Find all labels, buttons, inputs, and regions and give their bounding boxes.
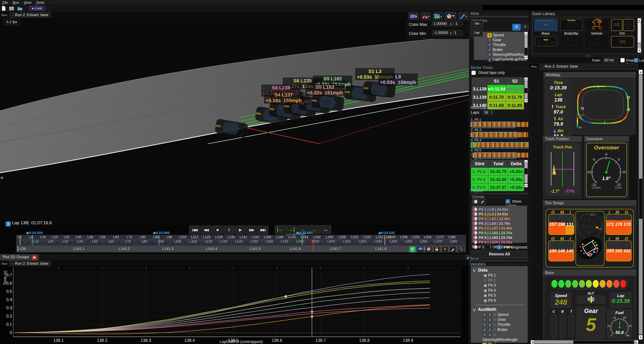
dash-thumb-bodyslip[interactable]: BodySlip — [560, 18, 583, 31]
ghost-item[interactable]: Pit 3 | L93 | 23.76s — [473, 221, 527, 226]
series-badge[interactable]: S — [487, 38, 492, 42]
close-tab-icon[interactable]: ✖ — [32, 256, 36, 260]
prev-lap-button[interactable]: |← — [275, 225, 286, 234]
pen-tool-button[interactable]: ▸ — [458, 12, 468, 20]
stint-heatstrip[interactable] — [470, 153, 528, 158]
variable-item-speed[interactable]: SSpeed — [487, 33, 524, 38]
lap-button[interactable]: Lap — [471, 29, 483, 37]
tire-temps-header[interactable]: Tire Temps — [543, 200, 636, 206]
ghosts-list[interactable]: Pit 1 | L9 | 24.02sPit 1 | L3 | 24.03sPi… — [472, 206, 527, 243]
aux-item-lapcurrentlaptime[interactable]: SΔ◉ LapCurrentLapTime — [482, 342, 528, 344]
sector-scrollbar[interactable]: ▲ ▼ — [524, 77, 528, 103]
stint-cell[interactable]: 3. Pit 4 — [471, 176, 488, 184]
dash-thumb-base[interactable]: Gear — [534, 18, 558, 31]
sector-time-cell[interactable]: ★0:11.71 — [506, 85, 524, 93]
ghost-item[interactable]: Pit 3 | L92 | 23.66s — [473, 216, 527, 221]
pit-item-pit-3[interactable]: ◉ Pit 3 — [484, 283, 528, 288]
camera-view-button[interactable]: ▸ — [408, 12, 419, 20]
series-badge[interactable]: S — [487, 43, 492, 47]
pit-item-pit-4[interactable]: ◉ Pit 4 — [484, 288, 528, 293]
dash-thumb-vehicle[interactable] — [585, 18, 609, 31]
aux-item-throttle[interactable]: SΔ⊘ Throttle — [482, 322, 528, 327]
ghost-add-button[interactable] — [472, 198, 479, 204]
series-badge[interactable]: S — [487, 58, 492, 62]
stint-table[interactable]: StintTotalDelta2. Pit 315:42.75+5.20s3. … — [471, 160, 524, 191]
dash-vscrollbar[interactable]: ▲ ▼ — [638, 70, 643, 340]
track-view-button[interactable]: ▸ — [433, 12, 443, 20]
skip-start-button[interactable]: |◀◀ — [189, 226, 200, 234]
stint-selection[interactable] — [474, 152, 516, 159]
save-icon[interactable] — [9, 6, 15, 11]
series-badge[interactable]: S — [487, 33, 492, 38]
auxmath-group-header[interactable]: ⋁ AuxMath — [473, 307, 528, 312]
menu-view[interactable]: View — [22, 0, 34, 5]
link-icon[interactable] — [458, 246, 464, 252]
variable-item-throttle[interactable]: SThrottle — [487, 42, 524, 47]
skip-end-button[interactable]: ▶▶| — [258, 226, 268, 234]
color-min-input[interactable]: -1.00000▲▼ — [432, 30, 452, 35]
timeline-playhead[interactable] — [384, 236, 385, 245]
plot-run-selector[interactable]: ○ Run 2: Extract: base — [10, 261, 51, 266]
stint-cell[interactable]: +0.02s — [508, 184, 524, 191]
ghost-item[interactable]: Pit 5 | L183 | 23.74s — [473, 235, 527, 240]
aux-item-gear[interactable]: SΔ⊘ Gear — [482, 317, 528, 322]
aux-item-brake[interactable]: SΔ⊘ Brake — [482, 327, 528, 332]
sector-times-table[interactable]: S1S23.L138★0:11.54★0:11.713.L1390:11.700… — [472, 77, 524, 110]
stint-heatstrip[interactable] — [470, 122, 528, 127]
run-selector[interactable]: ○ Run 2: Extract: base — [10, 12, 51, 18]
stint-heatstrip[interactable] — [470, 132, 528, 137]
dash-hscrollbar[interactable]: ◀ ▶ — [530, 340, 638, 344]
base-dash-header[interactable]: Base — [543, 270, 636, 276]
sector-time-cell[interactable]: 0:11.70 — [487, 93, 506, 101]
stint-cell[interactable]: 15:42.75 — [488, 168, 508, 176]
collapse-left-icon[interactable]: ◀ — [0, 176, 3, 180]
stint-selection[interactable] — [473, 132, 518, 138]
dash-thumb-map-2[interactable] — [585, 36, 609, 48]
location-icon[interactable] — [409, 246, 416, 252]
delta-toggle-button[interactable]: Δ — [512, 24, 521, 30]
snap-to-grid-checkbox[interactable] — [620, 58, 625, 62]
ghost-edit-button[interactable] — [480, 198, 486, 204]
var-button[interactable]: Var — [471, 20, 483, 28]
series-badge[interactable]: S — [487, 53, 492, 57]
ghost-item[interactable]: Pit 1 | L3 | 24.03s — [473, 212, 527, 216]
pit-item-pit-6[interactable]: ◉ Pit 6 — [484, 298, 528, 303]
plot-tab[interactable]: Plot 2D Groups ✖ — [0, 254, 39, 261]
pit-item-pit-5[interactable]: ◉ Pit 5 — [484, 293, 528, 298]
stint-selection[interactable] — [472, 122, 515, 128]
pit-item-pit-2[interactable]: ⊘ Pit 2 — [484, 278, 528, 283]
plusminus-toggle-button[interactable]: ± — [522, 24, 528, 30]
oversteer-header[interactable]: Oversteer — [584, 136, 629, 142]
stint-cell[interactable]: 15:42.60 — [488, 176, 508, 184]
lightning-icon[interactable] — [442, 246, 448, 252]
pause-button[interactable]: ‖ — [224, 226, 234, 234]
dash-thumb-gg[interactable] — [610, 18, 634, 31]
variable-item-brake[interactable]: SBrake — [487, 47, 524, 52]
play-button[interactable]: ▶ — [235, 226, 246, 234]
lock-checkbox[interactable]: ✓ — [634, 58, 638, 62]
minimap-header[interactable]: MiniMap — [544, 72, 636, 78]
stint-heatstrip[interactable] — [470, 142, 528, 148]
variable-item-steeringwheelangle[interactable]: SSteeringWheelAngle — [487, 52, 524, 57]
color-max-input[interactable]: 1.00000▲▼ — [432, 21, 452, 26]
lock-icon[interactable] — [434, 246, 440, 252]
data-group-header[interactable]: ⋁ Data — [473, 268, 528, 273]
chat-icon[interactable] — [417, 246, 424, 252]
new-file-icon[interactable] — [1, 6, 7, 11]
per-segment-checkbox[interactable]: ✓ — [497, 245, 501, 250]
track-position-panel[interactable]: Track Position Track Pos -1.7° -77% — [543, 136, 582, 199]
color-min-step[interactable]: 1 — [453, 30, 462, 35]
ghost-item[interactable]: Pit 5 | L182 | 23.70s — [473, 230, 527, 235]
sector-time-cell[interactable]: 0:11.79 — [506, 93, 524, 101]
open-folder-icon[interactable] — [17, 6, 23, 11]
laps-count-spinner[interactable]: 39▲▼ — [483, 110, 494, 115]
fast-forward-button[interactable]: ▶▶ — [246, 226, 257, 234]
dash-thumb-wheel-grid[interactable] — [610, 36, 634, 48]
ghost-laps-only-checkbox[interactable] — [472, 70, 476, 75]
timeline-playhead[interactable] — [20, 236, 20, 245]
stint-cell[interactable]: +5.20s — [508, 168, 524, 176]
aux-item-steeringwheelangle[interactable]: SΔ⊘ SteeringWheelAngle — [482, 332, 528, 342]
menu-run[interactable]: Run — [10, 0, 22, 5]
ghost-laps-only-row[interactable]: Ghost laps only — [472, 70, 505, 75]
dash-thumb-map-1[interactable] — [560, 36, 583, 48]
